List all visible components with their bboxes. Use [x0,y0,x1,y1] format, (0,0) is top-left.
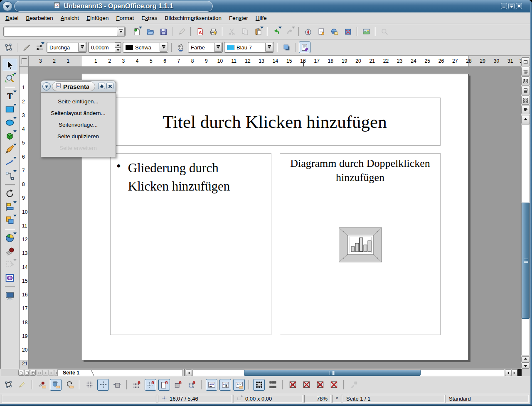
undo-button[interactable] [270,26,283,37]
open-document-button[interactable] [144,26,156,37]
line-tool-button[interactable] [2,156,17,169]
menu-bildschirmpr-sentation[interactable]: Bildschirmpräsentation [161,15,226,21]
o-rotatemode-button[interactable] [64,379,75,391]
palette-shade-button[interactable] [98,83,105,89]
redo-button[interactable] [283,26,296,37]
workspace[interactable]: Titel durch Klicken hinzufügen • Glieder… [29,67,521,369]
slide[interactable]: Titel durch Klicken hinzufügen • Glieder… [82,74,469,360]
palette-title-bar[interactable]: Präsentation [40,80,116,92]
o-editpoints-button[interactable] [2,379,14,391]
o-subst4-button[interactable] [328,379,340,391]
o-snapgrid-button[interactable] [131,379,143,391]
o-glue-button[interactable] [16,379,28,391]
presentation-tool-button[interactable] [2,289,17,302]
area-style-combobox[interactable]: Farbe [188,42,223,53]
tab-scroll-splitter[interactable] [184,369,185,376]
area-style-dropdown[interactable] [214,43,222,52]
maximize-button[interactable] [508,3,515,9]
o-handles-button[interactable] [253,379,265,391]
o-snappoints-button[interactable] [186,379,197,391]
view-notes-button[interactable] [521,86,530,95]
print-file-button[interactable] [207,26,219,37]
view-drawing-button[interactable] [521,57,530,66]
fill-color-dropdown[interactable] [265,43,273,52]
area-style-button[interactable] [175,42,187,53]
next-page-button[interactable] [48,370,54,376]
status-modified-cell[interactable]: * [332,395,341,403]
o-grid-button[interactable] [84,379,95,391]
view-slides-button[interactable] [521,76,530,86]
menu-einf-gen[interactable]: Einfügen [83,15,112,21]
view-outline-button[interactable] [521,67,530,76]
horizontal-scrollbar-thumb[interactable] [244,370,421,376]
outline-placeholder[interactable]: • Gliederung durch Klicken hinzufügen [110,153,271,335]
presentation-box-toggle-button[interactable] [299,42,310,53]
o-selecttext-button[interactable]: ABC [219,379,231,391]
alignment-tool-button[interactable] [2,201,17,213]
stylist-button[interactable] [315,26,328,37]
url-dropdown-button[interactable] [117,27,125,36]
title-placeholder[interactable]: Titel durch Klicken hinzufügen [109,98,441,146]
o-guides-button[interactable] [97,379,109,391]
palette-close-button[interactable] [106,83,113,89]
menu-hilfe[interactable]: Hilfe [252,15,271,21]
o-snapguides-button[interactable] [145,379,156,391]
vertical-ruler[interactable]: 123456789101112131415161718192021 [19,67,29,369]
save-document-button[interactable] [157,26,170,37]
o-quickedit-button[interactable]: ABC [206,379,217,391]
line-style-dropdown[interactable] [78,43,86,52]
menu-bearbeiten[interactable]: Bearbeiten [22,15,57,21]
text-tool-button[interactable]: T [2,90,17,102]
master-mode-button[interactable] [24,370,30,376]
o-subst1-button[interactable] [287,379,298,391]
menu-fenster[interactable]: Fenster [225,15,252,21]
palette-item-seitenvorlage[interactable]: Seitenvorlage... [41,119,116,130]
export-pdf-button[interactable] [194,26,206,37]
fill-color-combobox[interactable]: Blau 7 [224,42,274,53]
line-style-combobox[interactable]: Durchgä [47,42,87,53]
palette-item-seitenlayout-ändern[interactable]: Seitenlayout ändern... [41,107,116,119]
o-dclicktext-button[interactable]: ABC [233,379,245,391]
scroll-right-button[interactable] [511,369,517,376]
o-subst2-button[interactable] [300,379,312,391]
o-snapmargin-button[interactable] [158,379,170,391]
search-button[interactable] [378,26,391,37]
ruler-origin-corner[interactable] [19,56,29,67]
rotate-tool-button[interactable] [2,187,17,200]
edit-points-button[interactable] [2,42,14,53]
palette-item-seite-einfügen[interactable]: Seite einfügen... [41,95,116,107]
vertical-scrollbar-thumb[interactable] [522,203,530,319]
effects-tool-button[interactable] [2,232,17,244]
line-button[interactable] [21,42,32,53]
controller3d-tool-button[interactable] [2,271,17,284]
scroll-left-button[interactable] [186,369,192,376]
line-color-combobox[interactable]: Schwa [123,42,168,53]
window-menu-button[interactable] [2,1,12,11]
status-page-cell[interactable]: Seite 1 / 1 [343,395,445,403]
minimize-button[interactable] [501,3,507,9]
o-fx-button[interactable] [36,379,48,391]
title-tab[interactable]: Unbenannt3 - OpenOffice.org 1.1.1 [14,1,213,12]
scroll-up-button-bottom[interactable] [521,356,530,362]
view-handout-button[interactable] [521,95,530,105]
paste-button[interactable] [252,26,264,37]
url-input[interactable] [5,27,117,36]
status-style-cell[interactable]: Standard [446,395,529,403]
zoom-tool-button[interactable] [2,72,17,84]
o-largehandles-button[interactable] [267,379,278,391]
menu-format[interactable]: Format [112,15,138,21]
page-mode-button[interactable] [18,370,24,376]
cut-button[interactable] [225,26,238,37]
view-start-presentation-button[interactable] [521,105,530,114]
new-document-button[interactable] [131,26,143,37]
zoom-page-button[interactable] [342,26,354,37]
animation-tool-button[interactable] [2,258,17,271]
ellipse-tool-button[interactable] [2,116,17,129]
connector-tool-button[interactable] [2,169,17,182]
palette-item-seite-duplizieren[interactable]: Seite duplizieren [41,130,116,142]
o-guidesfront-button[interactable] [111,379,123,391]
navigator-button[interactable] [302,26,314,37]
curve-tool-button[interactable] [2,143,17,155]
close-button[interactable] [516,3,522,9]
line-width-spin-buttons[interactable] [115,42,121,52]
